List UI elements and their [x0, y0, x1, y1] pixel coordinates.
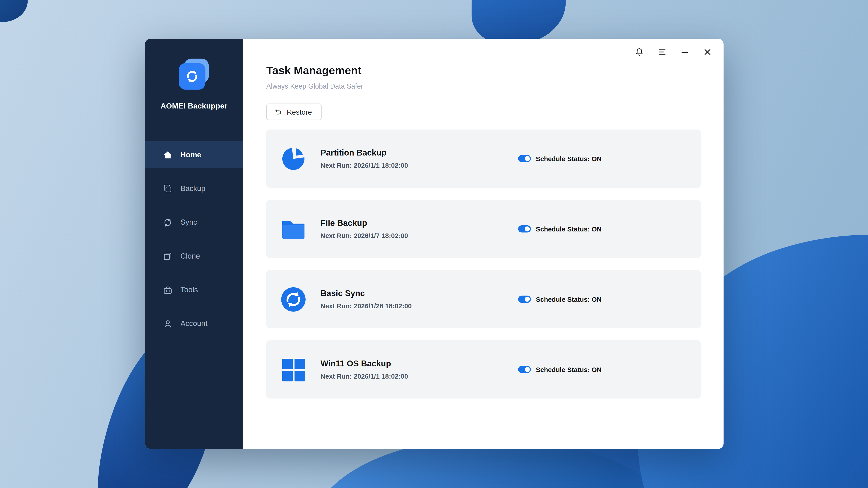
sidebar-item-home[interactable]: Home — [145, 141, 243, 168]
folder-icon — [280, 216, 307, 242]
backup-icon — [163, 184, 173, 193]
sidebar-item-backup[interactable]: Backup — [145, 175, 243, 202]
task-list: Partition Backup Next Run: 2026/1/1 18:0… — [266, 129, 701, 398]
schedule-toggle[interactable] — [518, 366, 531, 373]
home-icon — [163, 150, 173, 160]
task-title: Partition Backup — [320, 148, 408, 157]
schedule-status-label: Schedule Status: ON — [536, 225, 602, 233]
schedule-status: Schedule Status: ON — [518, 296, 601, 303]
task-title: Win11 OS Backup — [320, 359, 408, 368]
restore-button[interactable]: Restore — [266, 103, 321, 120]
task-card-partition-backup[interactable]: Partition Backup Next Run: 2026/1/1 18:0… — [266, 129, 701, 188]
task-title: Basic Sync — [320, 288, 412, 298]
sidebar-item-label: Backup — [180, 184, 205, 193]
task-next-run: Next Run: 2026/1/1 18:02:00 — [320, 372, 408, 380]
minimize-icon[interactable] — [675, 44, 694, 60]
task-next-run: Next Run: 2026/1/1 18:02:00 — [320, 162, 408, 169]
content-area: Task Management Always Keep Global Data … — [243, 39, 723, 398]
sidebar-item-label: Clone — [180, 252, 200, 260]
close-icon[interactable] — [698, 44, 717, 60]
restore-icon — [274, 108, 282, 116]
wallpaper-bloom-shape — [472, 0, 566, 44]
schedule-status: Schedule Status: ON — [518, 225, 601, 233]
sidebar-item-clone[interactable]: Clone — [145, 243, 243, 270]
tools-icon — [163, 285, 173, 295]
sidebar-item-label: Home — [180, 151, 201, 159]
wallpaper-bloom-shape — [0, 0, 28, 22]
schedule-toggle[interactable] — [518, 225, 531, 233]
task-title: File Backup — [320, 218, 408, 227]
task-next-run: Next Run: 2026/1/28 18:02:00 — [320, 302, 412, 310]
account-icon — [163, 318, 173, 328]
clone-icon — [163, 251, 173, 261]
restore-button-label: Restore — [287, 108, 312, 116]
sidebar: AOMEI Backupper Home Backup — [145, 39, 243, 449]
task-card-file-backup[interactable]: File Backup Next Run: 2026/1/7 18:02:00 … — [266, 200, 701, 258]
pie-chart-icon — [280, 145, 307, 172]
task-next-run: Next Run: 2026/1/7 18:02:00 — [320, 232, 408, 240]
sync-icon — [163, 217, 173, 227]
schedule-status-label: Schedule Status: ON — [536, 155, 602, 162]
page-title: Task Management — [266, 64, 701, 77]
task-card-win11-os-backup[interactable]: Win11 OS Backup Next Run: 2026/1/1 18:02… — [266, 340, 701, 398]
sidebar-item-tools[interactable]: Tools — [145, 276, 243, 303]
sidebar-item-label: Account — [180, 319, 207, 328]
page-subtitle: Always Keep Global Data Safer — [266, 83, 701, 90]
schedule-status: Schedule Status: ON — [518, 155, 601, 162]
sidebar-item-label: Sync — [180, 218, 197, 226]
schedule-toggle[interactable] — [518, 155, 531, 162]
menu-icon[interactable] — [653, 44, 671, 60]
schedule-toggle[interactable] — [518, 296, 531, 303]
app-window: AOMEI Backupper Home Backup — [145, 39, 723, 449]
sidebar-nav: Home Backup Sync — [145, 141, 243, 343]
main-panel: Task Management Always Keep Global Data … — [243, 39, 723, 449]
windows-icon — [280, 356, 307, 383]
schedule-status-label: Schedule Status: ON — [536, 366, 602, 373]
brand: AOMEI Backupper — [145, 39, 243, 110]
app-logo-icon — [178, 59, 211, 92]
window-controls — [626, 44, 717, 60]
sync-circle-icon — [280, 286, 307, 313]
schedule-status: Schedule Status: ON — [518, 366, 601, 373]
brand-name: AOMEI Backupper — [145, 102, 243, 110]
schedule-status-label: Schedule Status: ON — [536, 296, 602, 303]
screen: AOMEI Backupper Home Backup — [0, 0, 868, 488]
task-card-basic-sync[interactable]: Basic Sync Next Run: 2026/1/28 18:02:00 … — [266, 270, 701, 328]
sidebar-item-label: Tools — [180, 286, 198, 294]
notification-bell-icon[interactable] — [630, 44, 649, 60]
sidebar-item-account[interactable]: Account — [145, 310, 243, 337]
sidebar-item-sync[interactable]: Sync — [145, 209, 243, 236]
